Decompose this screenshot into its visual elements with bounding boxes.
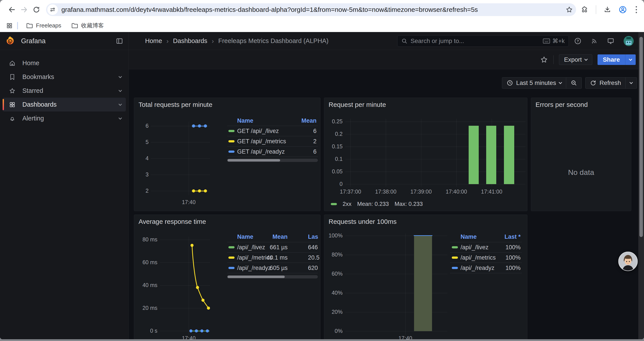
news-rss-icon[interactable] xyxy=(591,38,598,45)
no-data-message: No data xyxy=(531,168,631,177)
legend-scrollbar-thumb[interactable] xyxy=(228,276,285,278)
legend-series-name[interactable]: /api/_/livez xyxy=(237,244,265,251)
browser-toolbar-right xyxy=(581,5,638,15)
profile-icon[interactable] xyxy=(618,6,627,14)
time-range-label: Last 5 minutes xyxy=(516,80,556,87)
axis-tick-label: 17:40:00 xyxy=(446,188,467,195)
sidebar-item-home[interactable]: Home xyxy=(3,56,126,70)
sidebar-item-bookmarks[interactable]: Bookmarks xyxy=(3,70,126,84)
legend-scrollbar[interactable] xyxy=(227,275,318,278)
legend-series-name[interactable]: /api/_/livez xyxy=(460,244,488,251)
sidebar-item-label: Home xyxy=(22,60,122,67)
legend-value: 661 µs xyxy=(270,244,288,251)
share-button[interactable]: Share xyxy=(598,55,625,65)
gridline xyxy=(345,255,448,255)
panel-errors-per-second: No data Errors per second xyxy=(531,98,631,211)
axis-tick-label: 20% xyxy=(332,309,342,315)
legend-series-name[interactable]: /api/_/readyz xyxy=(237,264,271,272)
chevron-down-icon xyxy=(584,57,588,61)
legend-series-name[interactable]: 2xx xyxy=(342,201,351,207)
time-range-picker[interactable]: Last 5 minutes xyxy=(502,78,566,88)
legend-series-name[interactable]: GET /api/_/readyz xyxy=(237,148,285,155)
clock-icon xyxy=(506,80,513,86)
site-settings-icon[interactable] xyxy=(47,5,58,15)
legend-series-name[interactable]: /api/_/readyz xyxy=(460,264,494,272)
axis-tick-label: 0 s xyxy=(150,327,158,334)
data-point xyxy=(198,124,201,128)
bookmark-star-icon[interactable] xyxy=(566,6,573,14)
favorite-star-icon[interactable] xyxy=(540,56,548,64)
bookmark-folder-freeleaps[interactable]: Freeleaps xyxy=(23,21,65,31)
sidebar-item-label: Starred xyxy=(22,87,119,94)
panel-plot-area: No data xyxy=(531,98,631,211)
chevron-down-icon[interactable] xyxy=(118,88,122,92)
legend-column-header[interactable]: Last * xyxy=(504,233,520,240)
back-button[interactable] xyxy=(6,4,18,16)
breadcrumb-home[interactable]: Home xyxy=(145,37,162,45)
reload-button[interactable] xyxy=(30,4,42,16)
brand-name: Grafana xyxy=(21,37,116,45)
legend-series-name[interactable]: GET /api/_/livez xyxy=(237,127,279,135)
legend-column-header[interactable]: Name xyxy=(460,233,477,240)
url-bar[interactable]: grafana.mathmast.com/d/deytv4rwavabkb/fr… xyxy=(46,3,576,16)
search-input[interactable]: Search or jump to... ⌘+k xyxy=(397,35,569,47)
extensions-icon[interactable] xyxy=(581,6,588,14)
data-point xyxy=(198,189,201,192)
refresh-button[interactable]: Refresh xyxy=(586,78,625,88)
scrollbar-thumb[interactable] xyxy=(640,37,643,237)
bookmark-folder-blogs[interactable]: 收藏博客 xyxy=(68,20,108,31)
apps-grid-icon[interactable] xyxy=(6,22,13,29)
export-button[interactable]: Export xyxy=(559,55,592,65)
legend-value: 100% xyxy=(506,254,520,261)
chevron-down-icon[interactable] xyxy=(118,116,122,120)
gridline-vertical xyxy=(456,119,456,187)
panel-total-requests: 6543217:40NameMeanGET /api/_/livez6GET /… xyxy=(134,98,320,211)
bar xyxy=(469,126,479,184)
monitor-icon[interactable] xyxy=(607,37,614,45)
legend-column-header[interactable]: Mean xyxy=(272,233,288,240)
data-point xyxy=(202,299,204,302)
sidebar-item-label: Dashboards xyxy=(22,101,119,108)
zoom-out-button[interactable] xyxy=(566,78,582,88)
axis-tick-label: 0.15 xyxy=(332,143,342,150)
legend-series-name[interactable]: /api/_/metrics xyxy=(460,254,496,261)
gridline-vertical xyxy=(421,119,421,187)
legend-series-name[interactable]: GET /api/_/metrics xyxy=(237,138,286,145)
user-avatar[interactable] xyxy=(624,36,634,46)
forward-button[interactable] xyxy=(18,4,30,16)
legend-column-header[interactable]: Las xyxy=(308,233,318,240)
legend-scrollbar-thumb[interactable] xyxy=(228,159,280,162)
legend-stat: Max: 0.233 xyxy=(394,201,423,207)
floating-assistant-avatar[interactable] xyxy=(618,251,638,271)
chevron-down-icon[interactable] xyxy=(118,102,122,106)
series-color-swatch xyxy=(228,130,234,132)
active-item-accent xyxy=(3,99,4,110)
gridline-vertical xyxy=(386,119,386,187)
series-color-swatch xyxy=(452,267,458,269)
svg-text:?: ? xyxy=(577,39,579,43)
sidebar-item-alerting[interactable]: Alerting xyxy=(3,112,126,125)
collapse-sidebar-icon[interactable] xyxy=(116,37,123,45)
refresh-interval-dropdown[interactable] xyxy=(625,78,637,88)
browser-menu-icon[interactable] xyxy=(634,5,638,15)
chevron-down-icon[interactable] xyxy=(118,75,122,78)
sidebar-item-starred[interactable]: Starred xyxy=(3,84,126,98)
star-icon xyxy=(9,88,16,94)
legend-value: 605 µs xyxy=(270,264,288,272)
downloads-icon[interactable] xyxy=(604,6,611,14)
share-dropdown-button[interactable] xyxy=(625,55,636,65)
breadcrumb-dashboards[interactable]: Dashboards xyxy=(173,37,207,45)
legend-column-header[interactable]: Mean xyxy=(302,117,316,124)
legend-column-header[interactable]: Name xyxy=(237,233,254,240)
legend-scrollbar[interactable] xyxy=(227,159,318,162)
help-icon[interactable]: ? xyxy=(574,37,582,45)
panel-title[interactable]: Total requests per minute xyxy=(138,101,212,108)
panel-title[interactable]: Request per minute xyxy=(328,101,386,108)
legend-value: 20.5 r xyxy=(308,254,320,261)
legend-column-header[interactable]: Name xyxy=(237,117,254,124)
sidebar-item-dashboards[interactable]: Dashboards xyxy=(3,98,126,112)
panel-title[interactable]: Requests under 100ms xyxy=(328,218,396,225)
page-scrollbar[interactable] xyxy=(638,32,644,339)
panel-title[interactable]: Errors per second xyxy=(536,101,588,108)
panel-title[interactable]: Average response time xyxy=(138,218,206,225)
